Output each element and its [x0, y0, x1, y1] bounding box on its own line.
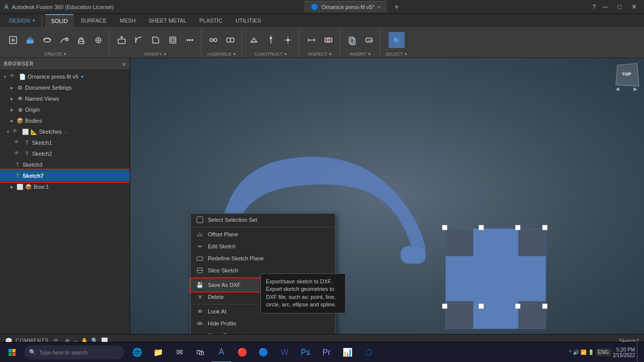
svg-rect-6 — [66, 38, 68, 41]
svg-rect-60 — [13, 349, 16, 352]
view-nav-left[interactable]: ◀ — [615, 86, 619, 92]
tab-close-button[interactable]: × — [378, 5, 381, 10]
show-desktop-button[interactable] — [637, 342, 640, 363]
tree-item-origin[interactable]: ▶ ⊕ Origin — [0, 104, 130, 115]
taskbar-fusion360[interactable]: A — [211, 342, 231, 363]
tooltip-save-dxf: Export/save sketch to DXF. Export sketch… — [260, 273, 346, 313]
joint-button[interactable] — [205, 32, 221, 48]
taskbar-edge[interactable]: 🌐 — [127, 342, 147, 363]
tree-label-sketch7: Sketch7 — [23, 173, 44, 179]
minimize-button[interactable]: ─ — [600, 2, 610, 12]
tree-item-bodies[interactable]: ▶ 📦 Bodies — [0, 115, 130, 126]
taskbar-vscode[interactable]: ⬡ — [359, 342, 379, 363]
ctx-label-hide-profile: Hide Profile — [208, 320, 330, 326]
svg-rect-41 — [479, 225, 484, 230]
view-cube-box[interactable]: TOP — [615, 63, 639, 87]
tree-item-sketch7[interactable]: T Sketch7 — [0, 170, 130, 181]
as-built-joint-button[interactable] — [222, 32, 238, 48]
clock[interactable]: 5:20 PM 2/15/2022 — [613, 347, 635, 358]
interference-button[interactable] — [320, 32, 337, 48]
tree-arrow-doc-settings: ▶ — [9, 85, 15, 91]
ctx-item-offset-plane[interactable]: Offset Plane — [191, 228, 335, 240]
tree-item-sketch3[interactable]: T Sketch3 — [0, 159, 130, 170]
svg-rect-42 — [515, 225, 520, 230]
tree-icon-sketch1: T — [24, 139, 31, 146]
view-cube[interactable]: TOP ◀ ▶ — [614, 63, 639, 93]
taskbar-premiere[interactable]: Pr — [316, 342, 337, 363]
tree-eye-sketches[interactable]: 👁 — [13, 128, 20, 135]
view-nav-right[interactable]: ▶ — [633, 86, 637, 92]
assemble-group-label: ASSEMBLE ▼ — [207, 51, 236, 58]
ctx-item-hide-profile[interactable]: Hide Profile — [191, 317, 335, 329]
taskbar-photoshop[interactable]: Ps — [295, 342, 315, 363]
tree-eye-sketch1[interactable]: 👁 — [14, 139, 21, 146]
taskbar-app5[interactable]: 📊 — [338, 342, 358, 363]
svg-rect-47 — [542, 304, 547, 309]
taskbar-search[interactable]: 🔍 Type here to search — [24, 345, 124, 359]
canvas-viewport[interactable]: TOP ◀ ▶ Select Selection Set — [130, 58, 644, 334]
svg-rect-36 — [446, 229, 473, 256]
new-tab-button[interactable]: + — [391, 3, 402, 12]
tab-utilities[interactable]: UTILITIES — [229, 14, 267, 27]
tab-mesh[interactable]: MESH — [114, 14, 142, 27]
shell-button[interactable] — [165, 32, 181, 48]
tab-plastic[interactable]: PLASTIC — [193, 14, 228, 27]
construct-axis-button[interactable] — [263, 32, 279, 48]
chamfer-button[interactable] — [148, 32, 164, 48]
tree-item-sketches[interactable]: ▼ 👁 ⬜ 📐 Sketches ... — [0, 126, 130, 137]
browser-collapse-button[interactable]: ≡ — [123, 61, 126, 67]
tree-item-doc-settings[interactable]: ▶ ⚙ Document Settings — [0, 82, 130, 93]
maximize-button[interactable]: □ — [614, 2, 624, 12]
svg-marker-4 — [27, 37, 34, 40]
tree-item-named-views[interactable]: ▶ 👁 Named Views — [0, 93, 130, 104]
tree-item-sketch2[interactable]: 👁 T Sketch2 — [0, 148, 130, 159]
construct-group-label: CONSTRUCT ▼ — [254, 51, 287, 58]
select-button[interactable] — [389, 32, 405, 48]
taskbar-app2[interactable]: 🔵 — [253, 342, 273, 363]
tree-arrow-origin: ▶ — [9, 107, 15, 113]
fillet-button[interactable] — [131, 32, 147, 48]
start-button[interactable] — [0, 342, 24, 363]
help-icon[interactable]: ? — [592, 3, 596, 11]
insert-icons: IMG — [344, 29, 377, 51]
decal-button[interactable]: IMG — [361, 32, 377, 48]
tree-eye-sketch2[interactable]: 👁 — [14, 150, 21, 157]
taskbar-store[interactable]: 🛍 — [190, 342, 210, 363]
construct-point-button[interactable] — [280, 32, 296, 48]
tree-item-root[interactable]: ▼ 👁 📄 Ornanice press-fit v5 ● — [0, 71, 130, 82]
revolve-button[interactable] — [39, 32, 55, 48]
close-button[interactable]: ✕ — [628, 2, 640, 12]
tray-lang[interactable]: ENG — [596, 348, 611, 356]
tree-eye-root[interactable]: 👁 — [10, 73, 17, 80]
tree-item-sketch1[interactable]: 👁 T Sketch1 — [0, 137, 130, 148]
sweep-button[interactable] — [56, 32, 72, 48]
press-pull-button[interactable] — [114, 32, 130, 48]
loft-button[interactable] — [73, 32, 89, 48]
tree-item-bow1[interactable]: ▶ ⬜ 📦 Bow:1 — [0, 181, 130, 192]
ctx-item-show-dimension[interactable]: Show Dimension — [191, 329, 335, 334]
toolbar-tabs: DESIGN ▼ SOLID SURFACE MESH SHEET METAL … — [0, 14, 644, 27]
taskbar-mail[interactable]: ✉ — [169, 342, 189, 363]
ctx-item-redefine-plane[interactable]: Redefine Sketch Plane — [191, 252, 335, 264]
ctx-item-select-set[interactable]: Select Selection Set — [191, 214, 335, 226]
windows-taskbar: 🔍 Type here to search 🌐 📁 ✉ 🛍 A 🔴 🔵 W Ps… — [0, 342, 644, 362]
more-modify-button[interactable]: ••• — [182, 32, 198, 48]
ctx-item-edit-sketch[interactable]: ✏ Edit Sketch — [191, 240, 335, 252]
design-dropdown[interactable]: DESIGN ▼ — [3, 14, 42, 27]
taskbar-explorer[interactable]: 📁 — [148, 342, 168, 363]
tab-solid-label: SOLID — [51, 18, 68, 24]
more-create-button[interactable]: ⊕ — [90, 32, 106, 48]
tree-status-sketches: ... — [64, 129, 68, 134]
document-tab[interactable]: 🔵 Ornanice press-fit v5* × — [304, 1, 388, 13]
construct-plane-button[interactable] — [246, 32, 262, 48]
tab-solid[interactable]: SOLID — [45, 14, 74, 27]
new-component-button[interactable] — [5, 32, 21, 48]
measure-button[interactable] — [303, 32, 319, 48]
taskbar-word[interactable]: W — [274, 342, 294, 363]
extrude-button[interactable] — [22, 32, 38, 48]
tab-sheet-metal[interactable]: SHEET METAL — [143, 14, 192, 27]
taskbar-chrome[interactable]: 🔴 — [232, 342, 252, 363]
tab-surface[interactable]: SURFACE — [75, 14, 113, 27]
system-tray: ^ 🔊 📶 🔋 ENG 5:20 PM 2/15/2022 — [569, 342, 644, 363]
insert-derive-button[interactable] — [344, 32, 360, 48]
